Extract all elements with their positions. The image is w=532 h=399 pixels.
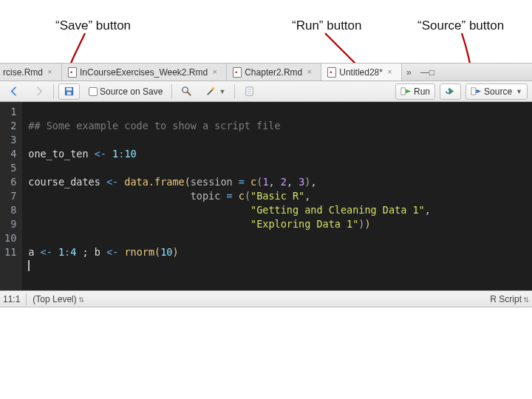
editor-window: rcise.Rmd× InCourseExercises_Week2.Rmd× … <box>0 63 532 307</box>
nav-back-icon <box>9 86 20 97</box>
run-icon <box>400 86 412 97</box>
code-area[interactable]: 1234567891011 ## Some example code to sh… <box>0 102 532 290</box>
nav-back-button[interactable] <box>4 83 24 100</box>
wand-icon <box>205 86 216 97</box>
close-icon[interactable]: × <box>305 68 313 76</box>
callout-save-label: “Save” button <box>55 18 131 33</box>
cursor <box>28 260 30 271</box>
floppy-icon <box>64 86 75 97</box>
checkbox-icon <box>89 87 98 96</box>
document-icon <box>327 67 336 78</box>
tab-minmax-icon[interactable]: —□ <box>416 67 439 78</box>
code-line-1: ## Some example code to show a script fi… <box>28 120 280 132</box>
tab-3-label: Untitled28* <box>339 67 383 78</box>
svg-line-7 <box>188 92 191 95</box>
tab-1-label: InCourseExercises_Week2.Rmd <box>80 67 208 78</box>
close-icon[interactable]: × <box>46 68 54 76</box>
source-on-save-label: Source on Save <box>100 86 163 97</box>
search-icon <box>181 86 192 97</box>
run-label: Run <box>414 86 430 97</box>
tab-bar: rcise.Rmd× InCourseExercises_Week2.Rmd× … <box>0 64 532 81</box>
tab-1[interactable]: InCourseExercises_Week2.Rmd× <box>62 64 227 81</box>
code-line-3: one_to_ten <box>28 148 88 160</box>
line-gutter: 1234567891011 <box>0 102 22 290</box>
svg-rect-4 <box>66 88 72 91</box>
find-button[interactable] <box>177 83 197 100</box>
svg-rect-14 <box>471 88 476 95</box>
source-on-save-checkbox[interactable]: Source on Save <box>84 83 167 100</box>
rerun-icon <box>445 86 456 97</box>
code-line-5: course_dates <box>28 176 100 188</box>
tab-3-active[interactable]: Untitled28*× <box>321 64 402 81</box>
tab-0-label: rcise.Rmd <box>3 67 43 78</box>
notebook-button[interactable] <box>239 83 259 100</box>
callout-run-label: “Run” button <box>292 18 362 33</box>
notebook-icon <box>244 86 255 97</box>
callout-source-label: “Source” button <box>417 18 504 33</box>
nav-fwd-icon <box>33 86 44 97</box>
tab-overflow-icon[interactable]: » <box>402 67 416 78</box>
cursor-pos: 11:1 <box>3 294 20 304</box>
editor-toolbar: Source on Save ▼ Run Source ▼ <box>0 81 532 102</box>
source-label: Source <box>484 86 512 97</box>
svg-rect-5 <box>67 92 72 95</box>
close-icon[interactable]: × <box>211 68 219 76</box>
tab-2[interactable]: Chapter2.Rmd× <box>227 64 321 81</box>
lang-selector[interactable]: R Script⇅ <box>490 294 529 304</box>
wand-button[interactable]: ▼ <box>201 83 230 100</box>
source-icon <box>471 86 482 97</box>
source-button[interactable]: Source ▼ <box>466 83 528 100</box>
close-icon[interactable]: × <box>386 68 394 76</box>
svg-rect-13 <box>401 88 406 95</box>
tab-2-label: Chapter2.Rmd <box>245 67 302 78</box>
svg-point-6 <box>183 87 188 93</box>
save-button[interactable] <box>58 83 80 100</box>
tab-0[interactable]: rcise.Rmd× <box>0 64 62 81</box>
scope-selector[interactable]: (Top Level)⇅ <box>33 294 83 304</box>
document-icon <box>233 67 242 78</box>
status-bar: 11:1 (Top Level)⇅ R Script⇅ <box>0 290 532 307</box>
nav-fwd-button[interactable] <box>29 83 49 100</box>
document-icon <box>68 67 77 78</box>
rerun-button[interactable] <box>440 83 461 100</box>
code-editor[interactable]: ## Some example code to show a script fi… <box>22 102 532 290</box>
run-button[interactable]: Run <box>395 83 435 100</box>
